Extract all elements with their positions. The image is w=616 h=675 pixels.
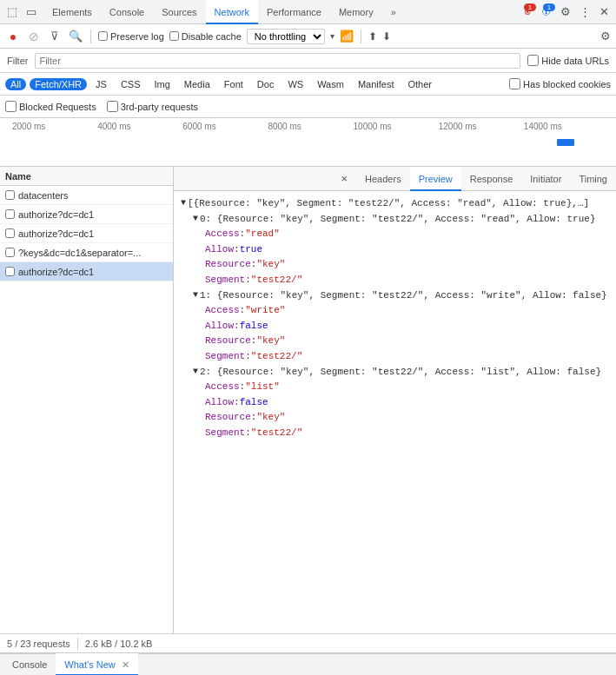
- import-icon[interactable]: ⬆: [368, 30, 377, 43]
- type-btn-css[interactable]: CSS: [116, 78, 146, 90]
- request-checkbox-0[interactable]: [5, 190, 15, 200]
- type-btn-doc[interactable]: Doc: [252, 78, 280, 90]
- tick-6: 14000 ms: [524, 122, 609, 131]
- tab-elements[interactable]: Elements: [43, 0, 101, 24]
- close-devtools-icon[interactable]: ✕: [595, 3, 613, 21]
- item-0-val-1: true: [240, 242, 262, 258]
- filter-label: Filter: [7, 56, 28, 66]
- request-count: 5 / 23 requests: [7, 639, 70, 649]
- settings-icon[interactable]: ⚙: [557, 3, 574, 21]
- status-sep: [77, 638, 78, 650]
- inspect-icon[interactable]: ⬚: [3, 3, 21, 21]
- disable-cache-label[interactable]: Disable cache: [169, 31, 242, 42]
- info-badge[interactable]: 🛈 1: [538, 3, 555, 21]
- request-item-1[interactable]: authorize?dc=dc1: [0, 205, 173, 224]
- tab-console[interactable]: Console: [101, 0, 153, 24]
- request-checkbox-1[interactable]: [5, 209, 15, 219]
- tree-item-0-header: ▼ 0: {Resource: "key", Segment: "test22/…: [181, 212, 609, 228]
- filter-icon[interactable]: ⊽: [47, 29, 63, 44]
- third-party-checkbox[interactable]: [107, 101, 118, 112]
- request-name-1: authorize?dc=dc1: [18, 209, 94, 220]
- type-btn-js[interactable]: JS: [90, 78, 112, 90]
- request-checkbox-2[interactable]: [5, 228, 15, 238]
- item-1-field-0: Access : "write": [181, 303, 609, 319]
- throttle-dropdown-icon[interactable]: ▾: [330, 31, 334, 41]
- tab-sources[interactable]: Sources: [153, 0, 205, 24]
- tab-more[interactable]: »: [382, 0, 405, 24]
- type-btn-img[interactable]: Img: [149, 78, 176, 90]
- hide-data-urls-label[interactable]: Hide data URLs: [527, 55, 609, 66]
- tick-0: 2000 ms: [12, 122, 97, 131]
- status-bar: 5 / 23 requests 2.6 kB / 10.2 kB: [0, 633, 616, 652]
- item-0-expand-arrow[interactable]: ▼: [193, 212, 198, 226]
- bottom-tab-console[interactable]: Console: [3, 653, 56, 675]
- tab-initiator[interactable]: Initiator: [521, 167, 570, 191]
- has-blocked-cookies-label[interactable]: Has blocked cookies: [509, 78, 611, 89]
- request-item-4[interactable]: authorize?dc=dc1: [0, 262, 173, 281]
- stop-button[interactable]: ⊘: [26, 29, 42, 44]
- requests-options-bar: Blocked Requests 3rd-party requests: [0, 96, 616, 118]
- network-settings-icon[interactable]: ⚙: [600, 30, 611, 43]
- hide-data-urls-checkbox[interactable]: [527, 55, 539, 66]
- blocked-requests-label[interactable]: Blocked Requests: [5, 101, 96, 112]
- tab-headers[interactable]: Headers: [356, 167, 410, 191]
- tick-1: 4000 ms: [97, 122, 182, 131]
- device-icon[interactable]: ▭: [23, 3, 40, 21]
- details-tabs: × Headers Preview Response Initiator Tim…: [174, 167, 616, 191]
- request-list: datacenters authorize?dc=dc1 authorize?d…: [0, 186, 173, 633]
- preserve-log-checkbox[interactable]: [98, 31, 108, 41]
- item-0-val-3: "test22/": [251, 273, 302, 288]
- third-party-label[interactable]: 3rd-party requests: [107, 101, 198, 112]
- item-1-field-3: Segment : "test22/": [181, 349, 609, 365]
- blocked-requests-checkbox[interactable]: [5, 101, 17, 112]
- type-btn-media[interactable]: Media: [179, 78, 215, 90]
- type-btn-wasm[interactable]: Wasm: [312, 78, 349, 90]
- type-btn-other[interactable]: Other: [402, 78, 437, 90]
- tab-performance[interactable]: Performance: [258, 0, 330, 24]
- tab-memory[interactable]: Memory: [330, 0, 382, 24]
- type-btn-fetchxhr[interactable]: Fetch/XHR: [30, 78, 87, 90]
- close-details-button[interactable]: ×: [335, 170, 353, 187]
- item-2-expand-arrow[interactable]: ▼: [193, 365, 198, 379]
- search-icon[interactable]: 🔍: [68, 29, 83, 44]
- export-icon[interactable]: ⬇: [382, 30, 391, 43]
- main-pane: Name datacenters authorize?dc=dc1 author…: [0, 167, 616, 633]
- wifi-icon[interactable]: 📶: [340, 30, 354, 43]
- item-0-val-2: "key": [256, 257, 285, 273]
- request-checkbox-3[interactable]: [5, 248, 15, 257]
- type-btn-all[interactable]: All: [5, 78, 26, 90]
- preserve-log-label[interactable]: Preserve log: [98, 31, 164, 42]
- bottom-tab-whatsnew[interactable]: What's New ✕: [56, 653, 137, 675]
- filter-input[interactable]: [35, 53, 520, 69]
- error-badge[interactable]: ⊗ 1: [519, 3, 536, 21]
- has-blocked-cookies-checkbox[interactable]: [509, 78, 520, 89]
- tab-network[interactable]: Network: [206, 0, 258, 24]
- tab-preview[interactable]: Preview: [410, 167, 461, 191]
- request-checkbox-4[interactable]: [5, 267, 15, 276]
- tree-item-0: ▼ 0: {Resource: "key", Segment: "test22/…: [181, 212, 609, 288]
- item-1-val-1: false: [240, 319, 268, 334]
- request-item-2[interactable]: authorize?dc=dc1: [0, 224, 173, 243]
- request-item-3[interactable]: ?keys&dc=dc1&separator=...: [0, 243, 173, 262]
- tab-timing[interactable]: Timing: [570, 167, 616, 191]
- tab-response[interactable]: Response: [461, 167, 522, 191]
- bottom-tab-close-icon[interactable]: ✕: [122, 659, 129, 670]
- tree-item-1-header: ▼ 1: {Resource: "key", Segment: "test22/…: [181, 288, 609, 304]
- tick-4: 10000 ms: [354, 122, 439, 131]
- root-expand-arrow[interactable]: ▼: [181, 196, 186, 210]
- item-1-colon-0: :: [240, 303, 246, 319]
- more-options-icon[interactable]: ⋮: [576, 3, 593, 21]
- item-1-colon-3: :: [245, 349, 251, 365]
- disable-cache-checkbox[interactable]: [169, 31, 179, 41]
- item-2-val-1: false: [240, 395, 268, 411]
- type-btn-manifest[interactable]: Manifest: [353, 78, 400, 90]
- item-1-expand-arrow[interactable]: ▼: [193, 288, 198, 302]
- type-btn-font[interactable]: Font: [219, 78, 248, 90]
- type-btn-ws[interactable]: WS: [282, 78, 308, 90]
- item-1-key-1: Allow: [205, 319, 234, 334]
- throttle-select[interactable]: No throttling: [247, 29, 325, 44]
- request-item-0[interactable]: datacenters: [0, 186, 173, 205]
- item-1-val-2: "key": [256, 334, 285, 349]
- record-button[interactable]: ●: [5, 29, 21, 44]
- info-count: 1: [543, 3, 555, 11]
